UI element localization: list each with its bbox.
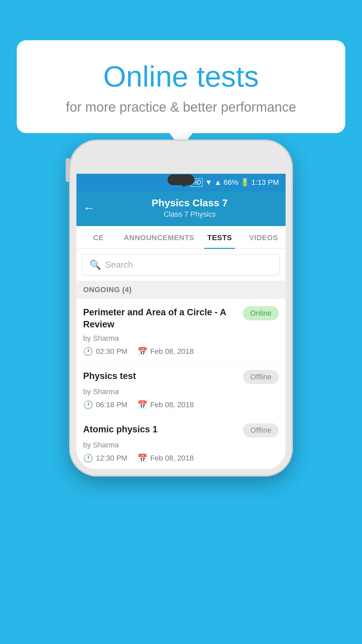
speech-bubble: Online tests for more practice & better …: [17, 40, 345, 133]
ongoing-section-header: ONGOING (4): [76, 281, 286, 299]
test-item[interactable]: Atomic physics 1 Offline by Sharma 🕐 12:…: [76, 416, 286, 469]
test-meta: 🕐 06:18 PM 📅 Feb 08, 2018: [83, 400, 279, 410]
bubble-title: Online tests: [40, 60, 322, 93]
date-value: Feb 08, 2018: [150, 347, 194, 356]
test-title: Atomic physics 1: [83, 423, 243, 435]
test-title: Perimeter and Area of a Circle - A Revie…: [83, 306, 243, 331]
test-time: 🕐 06:18 PM: [83, 400, 127, 410]
time-value: 12:30 PM: [96, 454, 127, 463]
tab-tests[interactable]: TESTS: [198, 226, 242, 248]
test-title: Physics test: [83, 370, 243, 382]
phone-inner: ✳ 📳 HD ▼ ▲ 66% 🔋 1:13 PM ← Physics Class…: [76, 147, 286, 469]
phone-mockup: ✳ 📳 HD ▼ ▲ 66% 🔋 1:13 PM ← Physics Class…: [70, 141, 292, 475]
clock-icon: 🕐: [83, 400, 93, 410]
calendar-icon: 📅: [137, 400, 147, 410]
tab-videos[interactable]: VIDEOS: [242, 226, 286, 248]
status-badge: Offline: [243, 423, 279, 437]
breadcrumb-class: Class 7: [164, 210, 188, 218]
test-time: 🕐 12:30 PM: [83, 453, 127, 463]
test-item-header: Physics test Offline: [83, 370, 279, 384]
battery-icon: 🔋: [240, 178, 249, 187]
clock-icon: 🕐: [83, 347, 93, 356]
breadcrumb-subject: Physics: [190, 210, 216, 218]
test-author: by Sharma: [83, 334, 279, 343]
test-date: 📅 Feb 08, 2018: [137, 347, 194, 356]
search-container: 🔍 Search: [76, 249, 286, 281]
app-header: ← Physics Class 7 Class 7 Physics: [76, 191, 286, 226]
test-item[interactable]: Physics test Offline by Sharma 🕐 06:18 P…: [76, 363, 286, 416]
status-badge: Online: [243, 306, 279, 320]
time-value: 06:18 PM: [96, 400, 127, 409]
search-placeholder: Search: [105, 260, 133, 270]
search-bar[interactable]: 🔍 Search: [82, 254, 280, 275]
test-meta: 🕐 12:30 PM 📅 Feb 08, 2018: [83, 453, 279, 463]
phone-outer: ✳ 📳 HD ▼ ▲ 66% 🔋 1:13 PM ← Physics Class…: [70, 141, 292, 475]
phone-screen: ✳ 📳 HD ▼ ▲ 66% 🔋 1:13 PM ← Physics Class…: [76, 174, 286, 469]
clock-icon: 🕐: [83, 453, 93, 463]
time-value: 02:30 PM: [96, 347, 127, 356]
signal-icon: ▲: [214, 178, 222, 187]
calendar-icon: 📅: [137, 453, 147, 463]
search-icon: 🔍: [89, 259, 101, 270]
page-breadcrumb: Class 7 Physics: [101, 210, 279, 219]
date-value: Feb 08, 2018: [150, 454, 194, 463]
phone-home-button: [168, 174, 194, 185]
phone-top-physical: [76, 147, 286, 174]
tabs-bar: CE ANNOUNCEMENTS TESTS VIDEOS: [76, 226, 286, 249]
test-time: 🕐 02:30 PM: [83, 347, 127, 356]
test-meta: 🕐 02:30 PM 📅 Feb 08, 2018: [83, 347, 279, 356]
page-title: Physics Class 7: [101, 197, 279, 209]
date-value: Feb 08, 2018: [150, 400, 194, 409]
back-button[interactable]: ←: [83, 201, 95, 215]
calendar-icon: 📅: [137, 347, 147, 356]
test-author: by Sharma: [83, 387, 279, 396]
time-display: 1:13 PM: [251, 178, 279, 187]
test-item-header: Atomic physics 1 Offline: [83, 423, 279, 437]
header-title-group: Physics Class 7 Class 7 Physics: [101, 197, 279, 219]
test-date: 📅 Feb 08, 2018: [137, 400, 194, 410]
bubble-subtitle: for more practice & better performance: [40, 100, 322, 115]
wifi-icon: ▼: [205, 178, 212, 187]
test-item-header: Perimeter and Area of a Circle - A Revie…: [83, 306, 279, 331]
test-item[interactable]: Perimeter and Area of a Circle - A Revie…: [76, 299, 286, 363]
tab-announcements[interactable]: ANNOUNCEMENTS: [120, 226, 198, 248]
tab-ce[interactable]: CE: [76, 226, 120, 248]
status-badge: Offline: [243, 370, 279, 384]
test-date: 📅 Feb 08, 2018: [137, 453, 194, 463]
battery-percent: 66%: [224, 178, 238, 187]
test-author: by Sharma: [83, 441, 279, 449]
promo-section: Online tests for more practice & better …: [17, 40, 345, 133]
